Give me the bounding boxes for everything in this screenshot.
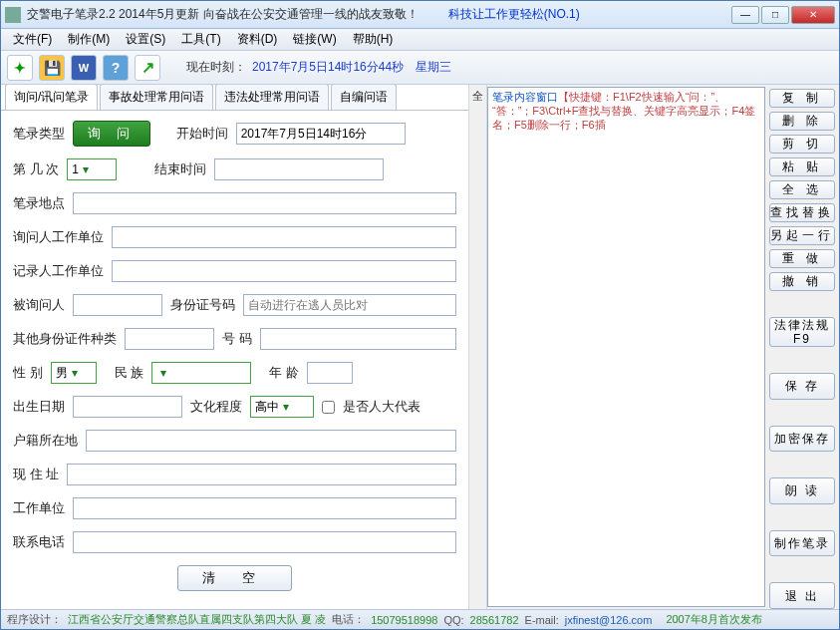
hometown-field[interactable]: [86, 430, 456, 452]
copy-button[interactable]: 复 制: [769, 89, 835, 108]
save-button[interactable]: 保 存: [769, 373, 835, 400]
help-icon[interactable]: ?: [103, 55, 129, 81]
end-time-label: 结束时间: [154, 160, 206, 178]
encrypt-save-button[interactable]: 加密保存: [769, 426, 835, 453]
address-label: 现 住 址: [13, 466, 59, 483]
phone-label: 联系电话: [13, 533, 65, 551]
place-field[interactable]: [73, 192, 456, 214]
id-field[interactable]: [243, 294, 456, 316]
clock-label: 现在时刻：: [186, 59, 246, 76]
edu-label: 文化程度: [190, 398, 242, 416]
window-title: 交警电子笔录2.2 2014年5月更新 向奋战在公安交通管理一线的战友致敬！科技…: [27, 6, 731, 23]
menu-settings[interactable]: 设置(S): [118, 29, 173, 50]
number-label: 号 码: [222, 330, 252, 348]
redo-button[interactable]: 重 做: [769, 249, 835, 268]
sex-label: 性 别: [13, 364, 43, 382]
menu-tools[interactable]: 工具(T): [173, 29, 228, 50]
note-area[interactable]: 笔录内容窗口【快捷键：F1\F2快速输入“问：”、“答：”；F3\Ctrl+F查…: [487, 87, 765, 607]
delete-button[interactable]: 删 除: [769, 112, 835, 131]
menu-links[interactable]: 链接(W): [285, 29, 344, 50]
paste-button[interactable]: 粘 贴: [769, 158, 835, 176]
record-type-badge[interactable]: 询 问: [73, 121, 150, 147]
newline-button[interactable]: 另起一行: [769, 226, 835, 245]
asked-person-field[interactable]: [73, 294, 162, 316]
start-time-label: 开始时间: [176, 125, 228, 143]
asker-unit-field[interactable]: [112, 226, 456, 248]
number-field[interactable]: [260, 328, 456, 350]
asker-unit-label: 询问人工作单位: [13, 228, 104, 246]
other-id-field[interactable]: [125, 328, 214, 350]
clock-day: 星期三: [416, 59, 451, 76]
statusbar: 程序设计：江西省公安厅交通警察总队直属四支队第四大队 夏 凌 电话：150795…: [1, 609, 839, 629]
sex-select[interactable]: 男: [51, 362, 97, 384]
tab-violation[interactable]: 违法处理常用问语: [215, 85, 329, 110]
recorder-unit-field[interactable]: [112, 260, 456, 282]
go-icon[interactable]: ↗: [135, 55, 160, 81]
form: 笔录类型 询 问 开始时间 第 几 次 1 结束时间 笔录地点 询问人工作单位: [1, 111, 468, 609]
new-doc-icon[interactable]: ✦: [7, 55, 33, 81]
exit-button[interactable]: 退 出: [769, 582, 835, 609]
hometown-label: 户籍所在地: [13, 432, 78, 450]
tab-custom[interactable]: 自编问语: [331, 85, 397, 110]
work-unit-label: 工作单位: [13, 499, 65, 517]
edu-select[interactable]: 高中: [250, 396, 314, 418]
times-label: 第 几 次: [13, 160, 59, 178]
body-area: 询问/讯问笔录 事故处理常用问语 违法处理常用问语 自编问语 笔录类型 询 问 …: [1, 85, 839, 609]
asked-person-label: 被询问人: [13, 296, 65, 314]
read-button[interactable]: 朗 读: [769, 477, 835, 504]
select-all-button[interactable]: 全 选: [769, 180, 835, 199]
other-id-label: 其他身份证件种类: [13, 330, 117, 348]
record-type-label: 笔录类型: [13, 125, 65, 143]
place-label: 笔录地点: [13, 194, 65, 212]
recorder-unit-label: 记录人工作单位: [13, 262, 104, 280]
undo-button[interactable]: 撤 销: [769, 272, 835, 291]
cut-button[interactable]: 剪 切: [769, 135, 835, 154]
note-hint: 笔录内容窗口【快捷键：F1\F2快速输入“问：”、“答：”；F3\Ctrl+F查…: [488, 88, 764, 134]
toolbar: ✦ 💾 W ? ↗ 现在时刻： 2017年7月5日14时16分44秒 星期三: [1, 51, 839, 85]
find-replace-button[interactable]: 查找替换: [769, 203, 835, 222]
nation-label: 民 族: [115, 364, 144, 382]
deputy-label: 是否人大代表: [343, 398, 420, 416]
address-field[interactable]: [67, 464, 456, 485]
maximize-button[interactable]: □: [761, 6, 789, 24]
side-buttons: 复 制 删 除 剪 切 粘 贴 全 选 查找替换 另起一行 重 做 撤 销 法律…: [769, 85, 839, 609]
times-select[interactable]: 1: [67, 158, 117, 180]
minimize-button[interactable]: —: [731, 6, 759, 24]
clear-button[interactable]: 清 空: [177, 565, 293, 591]
work-unit-field[interactable]: [73, 497, 456, 519]
mid-gutter: 全: [469, 85, 487, 609]
clock-value: 2017年7月5日14时16分44秒: [252, 59, 404, 76]
make-record-button[interactable]: 制作笔录: [769, 530, 835, 557]
titlebar: 交警电子笔录2.2 2014年5月更新 向奋战在公安交通管理一线的战友致敬！科技…: [1, 1, 839, 29]
app-window: 交警电子笔录2.2 2014年5月更新 向奋战在公安交通管理一线的战友致敬！科技…: [0, 0, 840, 630]
nation-select[interactable]: [151, 362, 251, 384]
phone-field[interactable]: [73, 531, 456, 553]
tab-inquiry[interactable]: 询问/讯问笔录: [5, 85, 98, 110]
menu-data[interactable]: 资料(D): [229, 29, 286, 50]
age-label: 年 龄: [269, 364, 299, 382]
tab-accident[interactable]: 事故处理常用问语: [100, 85, 213, 110]
end-time-field[interactable]: [214, 158, 384, 180]
tabs: 询问/讯问笔录 事故处理常用问语 违法处理常用问语 自编问语: [1, 85, 468, 111]
birth-field[interactable]: [73, 396, 182, 418]
word-icon[interactable]: W: [71, 55, 97, 81]
start-time-field[interactable]: [236, 123, 406, 145]
left-pane: 询问/讯问笔录 事故处理常用问语 违法处理常用问语 自编问语 笔录类型 询 问 …: [1, 85, 469, 609]
age-field[interactable]: [307, 362, 353, 384]
deputy-checkbox[interactable]: [322, 401, 335, 414]
law-button[interactable]: 法律法规F9: [769, 317, 835, 347]
menubar: 文件(F) 制作(M) 设置(S) 工具(T) 资料(D) 链接(W) 帮助(H…: [1, 29, 839, 51]
gutter-label: 全: [472, 89, 483, 104]
right-pane: 笔录内容窗口【快捷键：F1\F2快速输入“问：”、“答：”；F3\Ctrl+F查…: [487, 85, 839, 609]
id-label: 身份证号码: [170, 296, 235, 314]
menu-file[interactable]: 文件(F): [5, 29, 60, 50]
menu-make[interactable]: 制作(M): [60, 29, 118, 50]
birth-label: 出生日期: [13, 398, 65, 416]
save-icon[interactable]: 💾: [39, 55, 65, 81]
menu-help[interactable]: 帮助(H): [345, 29, 402, 50]
close-button[interactable]: ✕: [791, 6, 835, 24]
app-icon: [5, 7, 21, 23]
